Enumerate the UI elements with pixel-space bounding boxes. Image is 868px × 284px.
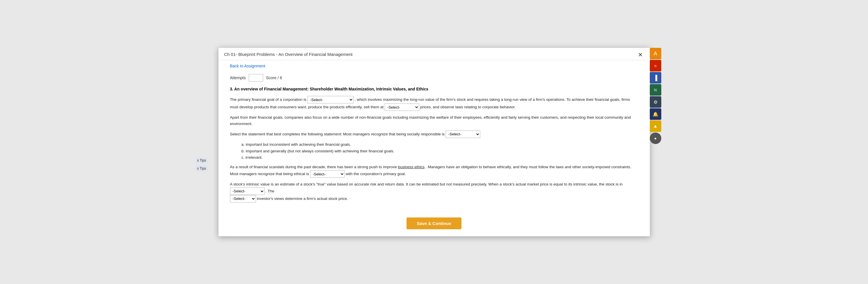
sidebar-btn-8[interactable]: ●: [650, 133, 661, 144]
paragraph-4: As a result of financial scandals during…: [230, 164, 638, 178]
s-tips-label-1[interactable]: s Tips: [195, 157, 208, 164]
select-equilibrium[interactable]: -Select-: [230, 188, 265, 195]
question-block: 3. An overview of Financial Management: …: [218, 84, 650, 211]
select-financial-goal[interactable]: -Select-: [307, 96, 353, 104]
p1-post-text: prices, and observe laws relating to cor…: [420, 105, 516, 109]
paragraph-2: Apart from their financial goals, compan…: [230, 114, 638, 127]
p4-pre-text: As a result of financial scandals during…: [230, 165, 397, 169]
attempts-label: Attempts: [230, 76, 246, 80]
sidebar-btn-5[interactable]: ⚙: [650, 96, 661, 108]
sidebar-btn-4[interactable]: N: [650, 84, 661, 96]
sidebar-right: A n ▐ N ⚙ 🔔 ▲ ●: [650, 48, 662, 144]
select-socially-responsible[interactable]: -Select-: [446, 131, 480, 138]
p1-pre-text: The primary financial goal of a corporat…: [230, 97, 307, 102]
left-labels: s Tips s Tips: [195, 157, 208, 172]
modal-header: Ch 01- Blueprint Problems - An Overview …: [218, 48, 650, 60]
question-title: 3. An overview of Financial Management: …: [230, 87, 638, 91]
paragraph-5: A stock's intrinsic value is an estimate…: [230, 181, 638, 202]
attempts-input[interactable]: [249, 74, 263, 82]
select-ethical[interactable]: -Select-: [310, 170, 345, 178]
p5-mid-text: . The: [266, 189, 274, 193]
sidebar-btn-2[interactable]: n: [650, 60, 661, 72]
options-list: a. important but inconsistent with achie…: [242, 141, 638, 161]
option-c: c. irrelevant.: [242, 154, 638, 161]
p5-pre-text: A stock's intrinsic value is an estimate…: [230, 182, 623, 187]
select-prices[interactable]: -Select-: [384, 104, 419, 111]
sidebar-btn-7[interactable]: ▲: [650, 120, 661, 132]
paragraph-1: The primary financial goal of a corporat…: [230, 96, 638, 111]
option-a: a. important but inconsistent with achie…: [242, 141, 638, 148]
modal-container: Ch 01- Blueprint Problems - An Overview …: [218, 48, 650, 236]
p3-pre-text: Select the statement that best completes…: [230, 132, 445, 136]
score-label: Score / 6: [266, 76, 282, 80]
save-continue-button[interactable]: Save & Continue: [406, 218, 462, 229]
back-to-assignment-link[interactable]: Back to Assignment: [224, 62, 271, 70]
paragraph-3: Select the statement that best completes…: [230, 131, 638, 138]
p5-post-text: investor's views determine a firm's actu…: [257, 196, 348, 200]
attempts-row: Attempts Score / 6: [218, 72, 650, 84]
s-tips-label-2[interactable]: s Tips: [195, 165, 208, 172]
back-link-container: Back to Assignment: [218, 60, 650, 72]
sidebar-btn-6[interactable]: 🔔: [650, 108, 661, 120]
close-button[interactable]: ✕: [637, 52, 644, 58]
p4-post-text: with the corporation's primary goal.: [346, 172, 406, 176]
sidebar-btn-1[interactable]: A: [650, 48, 661, 59]
option-b: b. important and generally (but not alwa…: [242, 148, 638, 155]
p4-underline-text: business ethics: [398, 165, 424, 169]
sidebar-btn-3[interactable]: ▐: [650, 72, 661, 84]
modal-title: Ch 01- Blueprint Problems - An Overview …: [224, 52, 353, 57]
select-investor-type[interactable]: -Select-: [230, 195, 256, 202]
